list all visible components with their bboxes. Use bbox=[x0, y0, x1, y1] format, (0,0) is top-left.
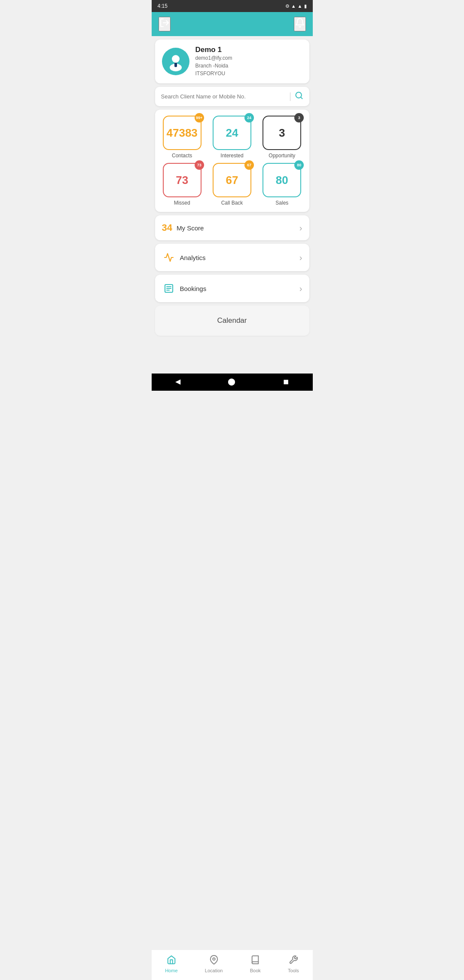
nav-book[interactable]: Book bbox=[247, 953, 264, 975]
callback-box: 67 67 bbox=[213, 163, 251, 197]
sales-box: 80 80 bbox=[263, 163, 301, 197]
back-button[interactable]: ◀ bbox=[175, 377, 180, 386]
profile-branch: Branch -Noida bbox=[195, 62, 232, 70]
contacts-label: Contacts bbox=[172, 153, 192, 159]
interested-box: 24 24 bbox=[213, 116, 251, 150]
stat-contacts[interactable]: 47383 99+ Contacts bbox=[159, 116, 205, 159]
avatar bbox=[162, 48, 189, 75]
menu-bookings-left: Bookings bbox=[162, 282, 207, 295]
analytics-card[interactable]: Analytics › bbox=[155, 244, 309, 271]
profile-card: Demo 1 demo1@ify.com Branch -Noida ITSFO… bbox=[155, 40, 309, 83]
book-icon bbox=[250, 955, 260, 967]
stat-missed[interactable]: 73 73 Missed bbox=[159, 163, 205, 206]
missed-badge: 73 bbox=[195, 160, 204, 170]
interested-label: Interested bbox=[220, 153, 243, 159]
stat-callback[interactable]: 67 67 Call Back bbox=[209, 163, 255, 206]
calendar-card[interactable]: Calendar bbox=[155, 306, 309, 336]
callback-label: Call Back bbox=[221, 200, 243, 206]
opportunity-box: 3 3 bbox=[263, 116, 301, 150]
sales-badge: 80 bbox=[294, 160, 304, 170]
missed-value: 73 bbox=[176, 174, 188, 187]
wifi-icon: ▲ bbox=[291, 3, 296, 9]
missed-box: 73 73 bbox=[163, 163, 201, 197]
calendar-label: Calendar bbox=[217, 316, 247, 325]
stat-opportunity[interactable]: 3 3 Opportunity bbox=[259, 116, 305, 159]
score-label: My Score bbox=[177, 224, 204, 232]
nav-tools[interactable]: Tools bbox=[284, 953, 302, 975]
stat-sales[interactable]: 80 80 Sales bbox=[259, 163, 305, 206]
battery-icon: ▮ bbox=[304, 3, 307, 9]
analytics-chevron-icon: › bbox=[299, 253, 302, 263]
stat-interested[interactable]: 24 24 Interested bbox=[209, 116, 255, 159]
app-bar bbox=[152, 12, 313, 36]
analytics-icon bbox=[162, 251, 176, 264]
home-button[interactable]: ⬤ bbox=[228, 377, 235, 386]
menu-analytics-left: Analytics bbox=[162, 251, 206, 264]
score-chevron-icon: › bbox=[299, 223, 302, 233]
settings-icon: ⚙ bbox=[285, 3, 290, 9]
status-bar: 4:15 ⚙ ▲ ▲ ▮ bbox=[152, 0, 313, 12]
logout-button[interactable] bbox=[159, 17, 171, 31]
my-score-card[interactable]: 34 My Score › bbox=[155, 215, 309, 240]
score-value: 34 bbox=[162, 222, 172, 233]
opportunity-badge: 3 bbox=[294, 113, 304, 122]
stats-card: 47383 99+ Contacts 24 24 Interested 3 3 … bbox=[155, 110, 309, 212]
signal-icon: ▲ bbox=[298, 3, 302, 9]
contacts-value: 47383 bbox=[167, 126, 198, 140]
bookings-chevron-icon: › bbox=[299, 284, 302, 294]
profile-name: Demo 1 bbox=[195, 46, 232, 54]
recents-button[interactable]: ◼ bbox=[283, 377, 289, 386]
sales-label: Sales bbox=[275, 200, 288, 206]
callback-value: 67 bbox=[226, 174, 238, 187]
nav-location[interactable]: Location bbox=[201, 953, 226, 975]
opportunity-value: 3 bbox=[279, 126, 285, 140]
home-icon bbox=[167, 955, 176, 967]
nav-book-label: Book bbox=[250, 968, 261, 973]
menu-score-left: 34 My Score bbox=[162, 222, 204, 233]
contacts-box: 47383 99+ bbox=[163, 116, 201, 150]
search-button[interactable] bbox=[295, 91, 303, 102]
notification-button[interactable] bbox=[294, 17, 306, 31]
profile-org: ITSFORYOU bbox=[195, 70, 232, 77]
interested-badge: 24 bbox=[244, 113, 254, 122]
bookings-icon bbox=[162, 282, 176, 295]
bookings-card[interactable]: Bookings › bbox=[155, 275, 309, 302]
profile-email: demo1@ify.com bbox=[195, 54, 232, 62]
system-nav: ◀ ⬤ ◼ bbox=[152, 374, 313, 391]
bottom-nav: Home Location Book Tools bbox=[152, 949, 313, 980]
search-bar bbox=[155, 87, 309, 106]
callback-badge: 67 bbox=[244, 160, 254, 170]
interested-value: 24 bbox=[226, 126, 238, 140]
nav-home-label: Home bbox=[165, 968, 177, 973]
missed-label: Missed bbox=[174, 200, 190, 206]
sales-value: 80 bbox=[276, 174, 288, 187]
opportunity-label: Opportunity bbox=[269, 153, 295, 159]
tools-icon bbox=[289, 955, 298, 967]
svg-line-7 bbox=[300, 97, 302, 99]
status-time: 4:15 bbox=[158, 3, 168, 9]
nav-tools-label: Tools bbox=[288, 968, 299, 973]
location-icon bbox=[209, 955, 219, 967]
svg-point-12 bbox=[213, 958, 215, 960]
svg-point-2 bbox=[172, 55, 180, 63]
contacts-badge: 99+ bbox=[195, 113, 204, 122]
nav-home[interactable]: Home bbox=[162, 953, 181, 975]
search-input[interactable] bbox=[161, 93, 286, 100]
stats-grid: 47383 99+ Contacts 24 24 Interested 3 3 … bbox=[159, 116, 305, 206]
bookings-label: Bookings bbox=[180, 285, 207, 292]
analytics-label: Analytics bbox=[180, 254, 206, 261]
nav-location-label: Location bbox=[205, 968, 223, 973]
search-divider bbox=[290, 92, 290, 101]
profile-info: Demo 1 demo1@ify.com Branch -Noida ITSFO… bbox=[195, 46, 232, 77]
